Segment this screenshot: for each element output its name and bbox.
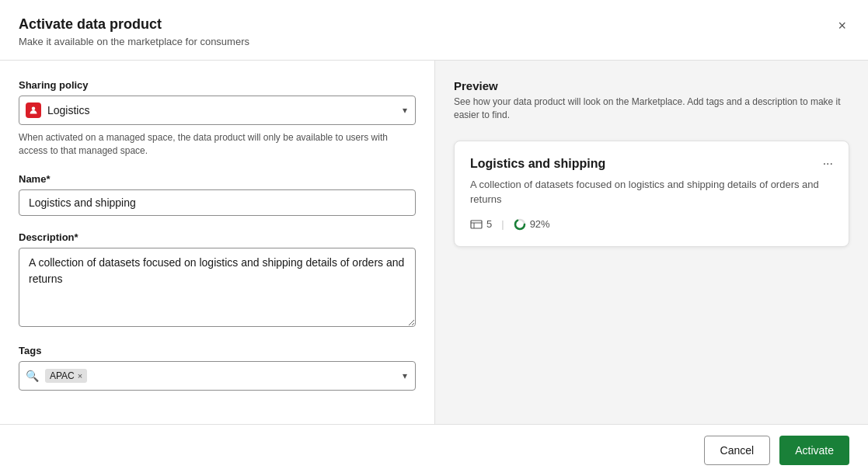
quality-icon [514,218,526,231]
sharing-icon [26,102,41,118]
sharing-policy-value: Logistics [47,104,89,116]
description-label: Description* [19,231,416,243]
chevron-down-icon: ▾ [403,105,407,116]
tag-remove-button[interactable]: × [78,371,82,380]
right-panel: Preview See how your data product will l… [435,61,868,424]
modal-title: Activate data product [19,16,249,33]
tags-group: Tags 🔍 APAC × ▾ [19,345,416,391]
modal-subtitle: Make it available on the marketplace for… [19,36,249,47]
preview-card-meta: 5 | 92% [470,218,833,231]
datasets-meta: 5 [470,218,492,231]
tags-input[interactable]: 🔍 APAC × ▾ [19,361,416,391]
tags-label: Tags [19,345,416,356]
activate-modal: Activate data product Make it available … [0,0,868,476]
left-panel: Sharing policy Logistics ▾ When activate… [0,61,435,424]
modal-header: Activate data product Make it available … [0,0,868,61]
tag-label: APAC [50,370,75,381]
datasets-icon [470,218,483,231]
datasets-count: 5 [486,218,492,230]
options-menu-button[interactable]: ··· [823,157,833,171]
quality-percent: 92% [530,218,550,230]
svg-point-0 [32,107,36,111]
sharing-policy-label: Sharing policy [19,79,416,91]
preview-card: Logistics and shipping ··· A collection … [454,141,849,247]
quality-meta: 92% [514,218,550,231]
preview-card-title: Logistics and shipping [470,157,605,171]
preview-card-header: Logistics and shipping ··· [470,157,833,171]
description-input[interactable]: A collection of datasets focused on logi… [19,248,416,327]
sharing-policy-hint: When activated on a managed space, the d… [19,131,416,158]
sharing-policy-select[interactable]: Logistics ▾ [19,96,416,125]
modal-footer: Cancel Activate [0,424,868,476]
tags-chevron-icon: ▾ [403,370,407,381]
header-text: Activate data product Make it available … [19,16,249,47]
name-label: Name* [19,173,416,185]
meta-separator: | [501,218,504,230]
preview-title: Preview [454,79,849,92]
search-icon: 🔍 [26,370,39,382]
tag-apac: APAC × [45,369,87,383]
description-group: Description* A collection of datasets fo… [19,231,416,329]
sharing-policy-group: Sharing policy Logistics ▾ When activate… [19,79,416,158]
modal-body: Sharing policy Logistics ▾ When activate… [0,61,868,424]
svg-rect-1 [471,221,482,228]
preview-card-description: A collection of datasets focused on logi… [470,177,833,207]
cancel-button[interactable]: Cancel [704,436,771,465]
activate-button[interactable]: Activate [779,436,849,465]
name-group: Name* [19,173,416,216]
name-input[interactable] [19,189,416,216]
close-button[interactable]: × [835,16,849,36]
preview-subtitle: See how your data product will look on t… [454,96,849,122]
